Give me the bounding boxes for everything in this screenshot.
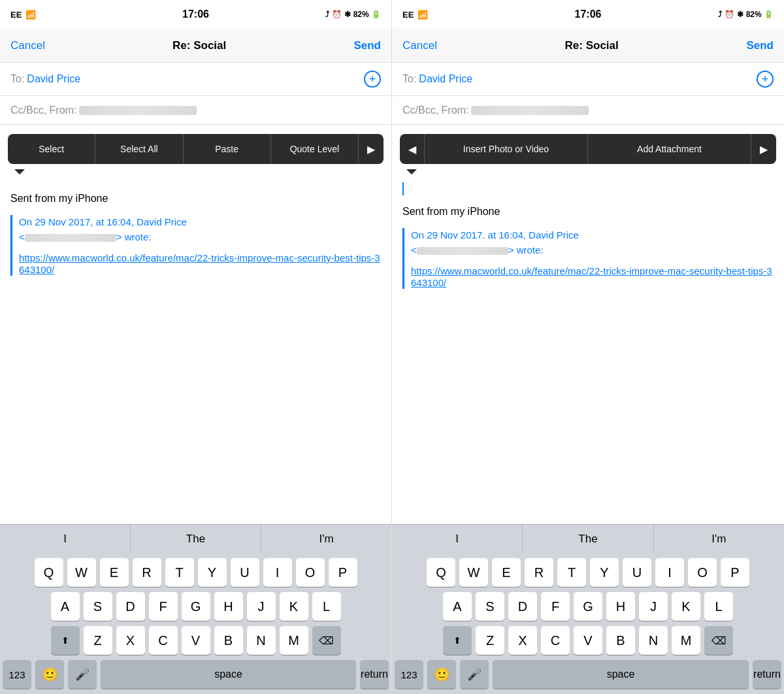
key-c-right[interactable]: C (541, 626, 570, 655)
key-s-left[interactable]: S (84, 592, 112, 621)
autocomplete-the-left[interactable]: The (131, 525, 261, 553)
email-body-left[interactable]: Sent from my iPhone On 29 Nov 2017, at 1… (0, 174, 391, 524)
numbers-key-right[interactable]: 123 (395, 660, 423, 689)
key-v-left[interactable]: V (182, 626, 210, 655)
key-p-left[interactable]: P (329, 558, 357, 587)
key-a-right[interactable]: A (443, 592, 472, 621)
key-i-left[interactable]: I (263, 558, 292, 587)
key-d-right[interactable]: D (508, 592, 537, 621)
to-value-right[interactable]: David Price (419, 73, 472, 85)
key-m-left[interactable]: M (280, 626, 308, 655)
emoji-key-left[interactable]: 🙂 (35, 660, 64, 689)
to-value-left[interactable]: David Price (27, 73, 80, 85)
shift-key-right[interactable]: ⬆ (443, 626, 472, 655)
key-j-left[interactable]: J (247, 592, 276, 621)
status-right-right: ⤴ ⏰ ✱ 82% 🔋 (718, 10, 774, 19)
key-u-left[interactable]: U (231, 558, 259, 587)
email-link-right[interactable]: https://www.macworld.co.uk/feature/mac/2… (411, 265, 772, 288)
add-recipient-button-left[interactable]: + (364, 71, 381, 88)
insert-photo-button[interactable]: Insert Photo or Video (425, 134, 588, 164)
autocomplete-i-right[interactable]: I (392, 525, 523, 553)
key-y-left[interactable]: Y (198, 558, 227, 587)
email-link-left[interactable]: https://www.macworld.co.uk/feature/mac/2… (19, 252, 380, 275)
key-x-right[interactable]: X (508, 626, 537, 655)
key-b-left[interactable]: B (214, 626, 243, 655)
key-m-right[interactable]: M (672, 626, 700, 655)
key-l-left[interactable]: L (312, 592, 341, 621)
key-g-right[interactable]: G (574, 592, 602, 621)
key-q-right[interactable]: Q (427, 558, 455, 587)
mic-key-left[interactable]: 🎤 (68, 660, 97, 689)
key-row-1-left: Q W E R T Y U I O P (3, 558, 389, 587)
key-k-right[interactable]: K (672, 592, 700, 621)
key-r-right[interactable]: R (525, 558, 553, 587)
key-f-right[interactable]: F (541, 592, 570, 621)
add-attachment-button[interactable]: Add Attachment (588, 134, 751, 164)
key-c-left[interactable]: C (149, 626, 178, 655)
numbers-key-left[interactable]: 123 (3, 660, 31, 689)
cancel-button-left[interactable]: Cancel (10, 39, 45, 52)
key-j-right[interactable]: J (639, 592, 668, 621)
key-g-left[interactable]: G (182, 592, 210, 621)
key-h-left[interactable]: H (214, 592, 243, 621)
cancel-button-right[interactable]: Cancel (402, 39, 437, 52)
autocomplete-im-right[interactable]: I'm (654, 525, 784, 553)
key-e-right[interactable]: E (492, 558, 521, 587)
key-o-right[interactable]: O (688, 558, 717, 587)
mic-key-right[interactable]: 🎤 (460, 660, 489, 689)
key-b-right[interactable]: B (606, 626, 635, 655)
space-key-right[interactable]: space (493, 660, 749, 689)
keyboard-rows-left: Q W E R T Y U I O P A S D F G H (0, 553, 391, 694)
next-arrow-button-right[interactable]: ▶ (751, 134, 776, 164)
select-all-button[interactable]: Select All (95, 134, 183, 164)
key-z-left[interactable]: Z (84, 626, 112, 655)
key-row-3-left: ⬆ Z X C V B N M ⌫ (3, 626, 389, 655)
key-z-right[interactable]: Z (476, 626, 504, 655)
key-n-right[interactable]: N (639, 626, 668, 655)
key-w-left[interactable]: W (67, 558, 96, 587)
next-arrow-button-left[interactable]: ▶ (359, 134, 384, 164)
email-body-right[interactable]: Sent from my iPhone On 29 Nov 2017. at 1… (392, 174, 784, 524)
autocomplete-the-right[interactable]: The (523, 525, 653, 553)
quote-level-button[interactable]: Quote Level (271, 134, 359, 164)
back-arrow-button-right[interactable]: ◀ (400, 134, 425, 164)
shift-key-left[interactable]: ⬆ (51, 626, 80, 655)
to-field-right: To: David Price + (392, 63, 784, 96)
key-i-right[interactable]: I (655, 558, 684, 587)
return-key-left[interactable]: return (360, 660, 389, 689)
key-x-left[interactable]: X (116, 626, 145, 655)
key-t-left[interactable]: T (165, 558, 194, 587)
key-u-right[interactable]: U (623, 558, 651, 587)
to-label-right: To: (402, 73, 416, 85)
key-y-right[interactable]: Y (590, 558, 619, 587)
key-n-left[interactable]: N (247, 626, 276, 655)
key-v-right[interactable]: V (574, 626, 602, 655)
delete-key-right[interactable]: ⌫ (704, 626, 733, 655)
key-s-right[interactable]: S (476, 592, 504, 621)
key-k-left[interactable]: K (280, 592, 308, 621)
select-button[interactable]: Select (8, 134, 95, 164)
emoji-key-right[interactable]: 🙂 (427, 660, 456, 689)
send-button-left[interactable]: Send (353, 39, 381, 52)
space-key-left[interactable]: space (101, 660, 356, 689)
cc-label-right: Cc/Bcc, From: (402, 105, 468, 116)
return-key-right[interactable]: return (753, 660, 781, 689)
key-t-right[interactable]: T (557, 558, 586, 587)
key-q-left[interactable]: Q (35, 558, 63, 587)
key-r-left[interactable]: R (133, 558, 161, 587)
key-f-left[interactable]: F (149, 592, 178, 621)
key-a-left[interactable]: A (51, 592, 80, 621)
paste-button[interactable]: Paste (184, 134, 271, 164)
key-h-right[interactable]: H (606, 592, 635, 621)
key-l-right[interactable]: L (704, 592, 733, 621)
key-d-left[interactable]: D (116, 592, 145, 621)
autocomplete-i-left[interactable]: I (0, 525, 131, 553)
key-w-right[interactable]: W (459, 558, 488, 587)
add-recipient-button-right[interactable]: + (757, 71, 774, 88)
delete-key-left[interactable]: ⌫ (312, 626, 341, 655)
key-p-right[interactable]: P (721, 558, 749, 587)
key-e-left[interactable]: E (100, 558, 129, 587)
autocomplete-im-left[interactable]: I'm (261, 525, 391, 553)
send-button-right[interactable]: Send (746, 39, 774, 52)
key-o-left[interactable]: O (296, 558, 325, 587)
